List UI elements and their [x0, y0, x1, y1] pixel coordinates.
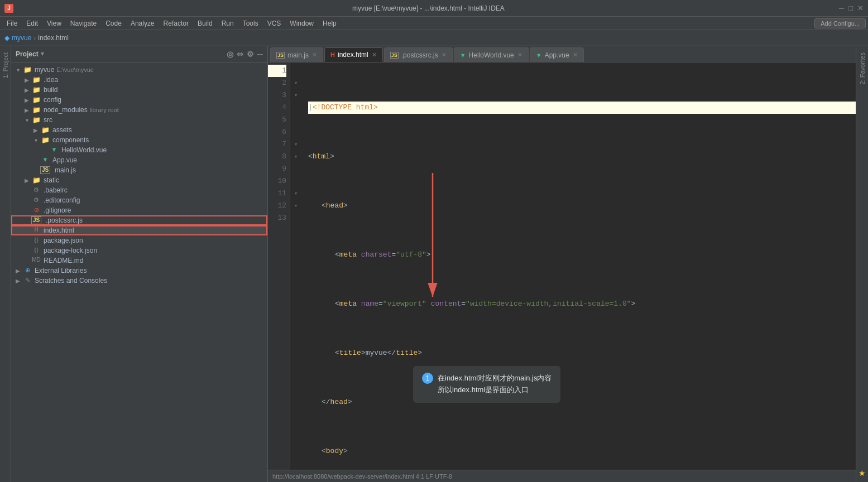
tab-close-helloworld[interactable]: ✕	[517, 51, 522, 59]
tab-label-helloworld: HelloWorld.vue	[469, 51, 514, 59]
breadcrumb-app[interactable]: myvue	[12, 34, 31, 42]
tab-main-js[interactable]: JS main.js ✕	[270, 47, 323, 62]
tab-close-main-js[interactable]: ✕	[312, 51, 317, 59]
tab-icon-app-vue: ▼	[536, 52, 542, 59]
sidebar-settings-icon[interactable]: ⚙	[247, 50, 254, 59]
sidebar-icons: ◎ ⇔ ⚙ ─	[227, 50, 263, 59]
line-numbers: 1 2 3 4 5 6 7 8 9 10 11 12 13	[268, 62, 290, 470]
tab-index-html[interactable]: H index.html ✕	[324, 47, 383, 62]
tree-item-components[interactable]: ▾ 📁 components	[11, 135, 267, 145]
menu-item-edit[interactable]: Edit	[22, 18, 42, 28]
sidebar-target-icon[interactable]: ◎	[227, 50, 233, 59]
tree-item-idea[interactable]: ▶ 📁 .idea	[11, 75, 267, 85]
git-icon-gitignore: ⊘	[31, 206, 41, 214]
callout-number: 1	[422, 373, 433, 384]
menu-item-window[interactable]: Window	[285, 18, 318, 28]
tree-item-babelrc[interactable]: ▶ ⚙ .babelrc	[11, 185, 267, 195]
menu-item-help[interactable]: Help	[318, 18, 341, 28]
fold-btn-8[interactable]: ▾	[290, 151, 301, 163]
tree-item-editorconfig[interactable]: ▶ ⚙ .editorconfig	[11, 195, 267, 205]
menu-item-tools[interactable]: Tools	[238, 18, 263, 28]
tab-close-app-vue[interactable]: ✕	[573, 51, 578, 59]
tree-label-static: static	[44, 176, 59, 184]
menu-item-code[interactable]: Code	[101, 18, 126, 28]
project-vtab-label[interactable]: 1: Project	[1, 48, 10, 83]
menu-item-build[interactable]: Build	[193, 18, 217, 28]
favorites-label[interactable]: 2: Favorites	[858, 48, 867, 89]
tree-item-index-html[interactable]: ▶ H index.html	[11, 225, 267, 235]
folder-icon-static: 📁	[31, 176, 41, 184]
title-bar: J myvue [E:\vue\myvue] - ...\index.html …	[0, 0, 868, 17]
tree-item-build[interactable]: ▶ 📁 build	[11, 85, 267, 95]
tree-item-static[interactable]: ▶ 📁 static	[11, 175, 267, 185]
tab-close-index-html[interactable]: ✕	[372, 51, 377, 59]
tab-helloworld-vue[interactable]: ▼ HelloWorld.vue ✕	[454, 47, 529, 62]
tab-icon-postcssrc: JS	[390, 52, 399, 59]
fold-btn-11[interactable]: ▾	[290, 187, 301, 200]
sidebar: Project ▾ ◎ ⇔ ⚙ ─ ▾ 📁 myvue E:\vue\myvue…	[11, 46, 268, 482]
tree-label-idea: .idea	[44, 76, 58, 84]
window-controls[interactable]: ─ □ ✕	[839, 4, 864, 12]
tree-item-scratches[interactable]: ▶ ✎ Scratches and Consoles	[11, 276, 267, 286]
breadcrumb-file[interactable]: index.html	[38, 34, 69, 42]
add-config-button[interactable]: Add Configu...	[814, 18, 866, 28]
tree-item-helloworld[interactable]: ▶ ▼ HelloWorld.vue	[11, 145, 267, 155]
sidebar-minimize-icon[interactable]: ─	[257, 50, 263, 59]
tree-item-package-lock[interactable]: ▶ {} package-lock.json	[11, 245, 267, 256]
editor-tabs: JS main.js ✕ H index.html ✕ JS .postcssr…	[268, 46, 856, 62]
tree-arrow-scratches: ▶	[13, 278, 22, 284]
tree-item-node-modules[interactable]: ▶ 📁 node_modules library root	[11, 105, 267, 115]
favorites-tab: 2: Favorites ★	[856, 46, 868, 482]
sidebar-dropdown-icon[interactable]: ▾	[41, 50, 44, 57]
sidebar-collapse-icon[interactable]: ⇔	[237, 50, 243, 59]
tree-arrow-assets: ▶	[31, 127, 40, 133]
tree-item-package-json[interactable]: ▶ {} package.json	[11, 235, 267, 245]
folder-icon-node-modules: 📁	[31, 106, 41, 114]
tree-item-myvue[interactable]: ▾ 📁 myvue E:\vue\myvue	[11, 65, 267, 75]
menu-item-navigate[interactable]: Navigate	[66, 18, 101, 28]
config-icon-editor: ⚙	[31, 196, 41, 204]
maximize-btn[interactable]: □	[848, 4, 853, 12]
menu-item-vcs[interactable]: VCS	[263, 18, 286, 28]
fold-btn-2[interactable]: ▾	[290, 77, 301, 89]
fold-btn-7[interactable]: ▾	[290, 138, 301, 151]
tree-item-config[interactable]: ▶ 📁 config	[11, 95, 267, 105]
tree-item-readme[interactable]: ▶ MD README.md	[11, 256, 267, 266]
code-doctype: <!DOCTYPE	[313, 102, 356, 114]
fold-btn-12[interactable]: ▾	[290, 200, 301, 212]
tab-app-vue[interactable]: ▼ App.vue ✕	[530, 47, 584, 62]
code-editor[interactable]: |<!DOCTYPE html> <html> <head> <meta cha…	[301, 62, 856, 470]
tab-postcssrc-js[interactable]: JS .postcssrc.js ✕	[384, 47, 453, 62]
tree-item-main-js[interactable]: ▶ JS main.js	[11, 165, 267, 175]
menu-item-run[interactable]: Run	[217, 18, 238, 28]
folder-icon-myvue: 📁	[22, 66, 32, 74]
cursor-indicator: |	[308, 102, 313, 114]
tree-label-readme: README.md	[44, 257, 83, 264]
tree-arrow-components: ▾	[31, 137, 40, 143]
tab-close-postcssrc[interactable]: ✕	[442, 51, 447, 59]
menu-item-view[interactable]: View	[42, 18, 66, 28]
tree-item-gitignore[interactable]: ▶ ⊘ .gitignore	[11, 205, 267, 215]
menu-item-analyze[interactable]: Analyze	[126, 18, 159, 28]
tree-label-build: build	[44, 86, 57, 94]
tree-item-src[interactable]: ▾ 📁 src	[11, 115, 267, 125]
callout: 1 在index.html对应刚才的main.js内容所以index.html是…	[413, 366, 560, 403]
html-icon-index: H	[31, 226, 41, 234]
fold-btn-3[interactable]: ▾	[290, 89, 301, 102]
tree-item-app-vue[interactable]: ▶ ▼ App.vue	[11, 155, 267, 165]
tree-item-assets[interactable]: ▶ 📁 assets	[11, 125, 267, 135]
minimize-btn[interactable]: ─	[839, 4, 844, 12]
menu-item-refactor[interactable]: Refactor	[159, 18, 193, 28]
star-icon[interactable]: ★	[859, 469, 866, 482]
tree-item-external-libs[interactable]: ▶ ⊕ External Libraries	[11, 266, 267, 276]
extlib-icon: ⊕	[22, 267, 32, 274]
code-line-6: <title>myvue</title>	[308, 347, 856, 359]
tree-label-myvue: myvue	[35, 66, 54, 74]
tree-arrow-node-modules: ▶	[22, 107, 31, 113]
tree-label-scratches: Scratches and Consoles	[35, 277, 107, 285]
code-doctype-html: html	[356, 102, 373, 114]
menu-item-file[interactable]: File	[2, 18, 22, 28]
close-btn[interactable]: ✕	[857, 4, 864, 12]
tree-item-postcssrc[interactable]: ▶ JS .postcssrc.js	[11, 215, 267, 225]
editor-area[interactable]: 1 2 3 4 5 6 7 8 9 10 11 12 13 ▾ ▾	[268, 62, 856, 470]
